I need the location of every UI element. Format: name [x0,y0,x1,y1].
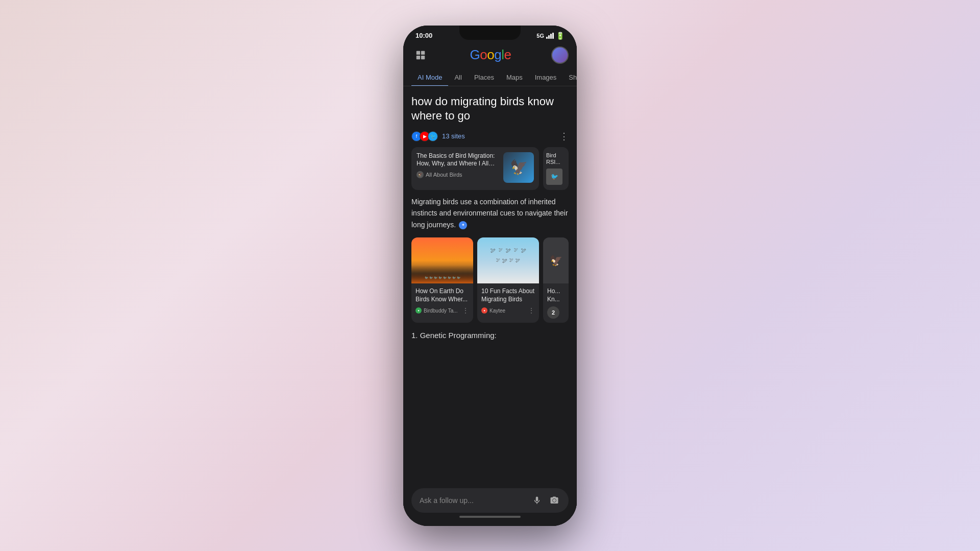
network-type: 5G [536,33,544,39]
article-1-source: ● Birdbuddy Ta... [415,307,458,314]
article-2-body: 10 Fun Facts About Migrating Birds ● Kay… [477,283,539,319]
articles-grid: 🐦 🐦 🐦 🐦 🐦 🐦 🐦 🐦 How O [403,237,577,329]
article-2-source: ● Kaytee [481,307,505,314]
more-options-icon[interactable]: ⋮ [559,131,569,142]
article-1-body: How On Earth Do Birds Know Wher... ● Bir… [411,283,473,319]
article-2-menu[interactable]: ⋮ [528,306,535,315]
article-3-placeholder-icon: 🦅 [550,254,562,267]
article-card-2[interactable]: 🕊 🕊 🕊 🕊 🕊 🕊 🕊 🕊 🕊 [477,237,539,323]
bottom-bar: Ask a follow up... [403,484,577,526]
follow-up-container[interactable]: Ask a follow up... [411,488,569,513]
signal-strength [546,33,554,39]
user-avatar[interactable] [551,46,569,64]
article-1-image: 🐦 🐦 🐦 🐦 🐦 🐦 🐦 🐦 [411,237,473,283]
signal-bar-2 [548,35,550,39]
sources-row: f ▶ 🐦 13 sites ⋮ [403,129,577,147]
article-3-number: 2 [547,306,559,319]
article-3-body: Ho... Kn... 2 [543,283,569,323]
source-card-2[interactable]: Bird RSI... 🐦 [543,147,569,190]
tab-ai-mode[interactable]: AI Mode [411,69,448,86]
article-1-meta: ● Birdbuddy Ta... ⋮ [415,306,469,315]
bird-image-icon: 🦅 [510,159,528,176]
search-query: how do migrating birds know where to go [403,86,577,129]
app-header: Google [403,43,577,69]
svg-rect-2 [416,55,420,59]
time-display: 10:00 [415,32,432,39]
tab-places[interactable]: Places [468,69,500,86]
signal-bar-3 [550,34,552,39]
article-2-source-icon: ● [481,307,487,314]
article-3-title: Ho... Kn... [547,288,565,303]
svg-rect-0 [416,51,420,54]
home-indicator [459,516,521,518]
domain-icon-1: 🦅 [416,171,424,178]
tab-images[interactable]: Images [529,69,563,86]
tab-all[interactable]: All [448,69,468,86]
status-icons: 5G 🔋 [536,32,565,40]
source-cards: The Basics of Bird Migration: How, Why, … [403,147,577,196]
sunset-glow [411,273,473,283]
description-body: Migrating birds use a combination of inh… [411,198,568,229]
article-2-meta: ● Kaytee ⋮ [481,306,535,315]
phone-notch [459,26,521,40]
source-icon-bird: 🐦 [428,131,438,141]
phone-frame: 10:00 5G 🔋 [403,26,577,526]
main-content: how do migrating birds know where to go … [403,86,577,484]
flying-birds-row2: 🕊 🕊 🕊 🕊 [477,258,539,263]
section-heading: 1. Genetic Programming: [403,329,577,345]
google-logo: Google [470,47,511,63]
tab-maps[interactable]: Maps [500,69,529,86]
camera-icon[interactable] [548,494,560,507]
sources-count[interactable]: 13 sites [442,132,465,140]
nav-tabs: AI Mode All Places Maps Images Shopp... [403,69,577,86]
tab-shopping[interactable]: Shopp... [562,69,577,86]
article-2-source-name: Kaytee [489,308,505,314]
source-card-1-image: 🦅 [503,152,534,183]
source-icon-group: f ▶ 🐦 [411,131,438,141]
battery-icon: 🔋 [556,32,565,40]
source-card-2-title: Bird RSI... [546,152,566,165]
ai-description: Migrating birds use a combination of inh… [403,196,577,237]
source-card-1-text: The Basics of Bird Migration: How, Why, … [416,152,499,178]
svg-rect-1 [421,51,425,54]
phone-screen: 10:00 5G 🔋 [403,26,577,526]
source-card-1-domain: 🦅 All About Birds [416,171,499,178]
follow-up-placeholder: Ask a follow up... [420,496,526,505]
grid-menu-icon[interactable] [411,46,430,64]
source-card-1[interactable]: The Basics of Bird Migration: How, Why, … [411,147,539,190]
flying-birds-image: 🕊 🕊 🕊 🕊 🕊 [477,248,539,253]
article-2-title: 10 Fun Facts About Migrating Birds [481,288,535,303]
source-card-2-image: 🐦 [546,169,562,185]
signal-bar-4 [552,33,554,39]
source-card-1-title: The Basics of Bird Migration: How, Why, … [416,152,499,168]
article-3-image: 🦅 [543,237,569,283]
svg-rect-3 [421,55,425,59]
svg-point-4 [553,499,556,502]
signal-bar-1 [546,37,548,39]
article-2-image: 🕊 🕊 🕊 🕊 🕊 🕊 🕊 🕊 🕊 [477,237,539,283]
microphone-icon[interactable] [531,494,543,507]
article-1-title: How On Earth Do Birds Know Wher... [415,288,469,303]
article-1-menu[interactable]: ⋮ [462,306,469,315]
article-1-source-icon: ● [415,307,422,314]
article-1-source-name: Birdbuddy Ta... [424,308,458,314]
article-card-3[interactable]: 🦅 Ho... Kn... 2 [543,237,569,323]
article-card-1[interactable]: 🐦 🐦 🐦 🐦 🐦 🐦 🐦 🐦 How O [411,237,473,323]
ai-source-badge: ✦ [459,221,467,229]
